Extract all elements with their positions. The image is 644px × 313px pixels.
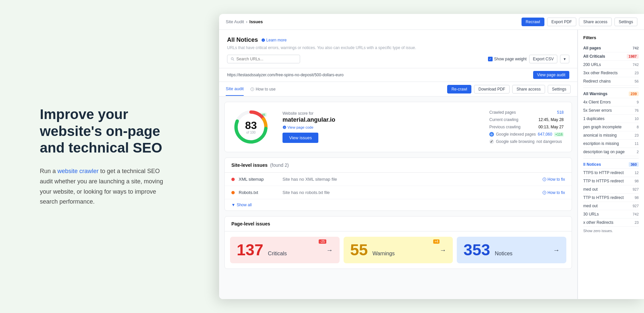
right-section: Site Audit › Issues Recrawl Export PDF S… [193,14,644,299]
breadcrumb: Site Audit › Issues [226,19,263,24]
notices-arrow: → [553,246,560,254]
filter-og-incomplete[interactable]: pen graph incomplete 8 [583,123,639,131]
issue-desc-xml: Site has no XML sitemap file [282,177,538,182]
page-description: Run a website crawler to get a technical… [40,166,173,207]
settings-button[interactable]: Settings [614,18,637,26]
screenshot-container: Site Audit › Issues Recrawl Export PDF S… [219,14,644,299]
safe-browsing-icon: ✓ [489,139,494,144]
google-safe-label: Google safe browsing [496,139,534,144]
search-input[interactable] [236,57,296,61]
notices-label: Notices [495,251,512,257]
dropdown-button[interactable]: ▾ [560,55,569,63]
score-panel: +45 [224,102,572,152]
learn-more[interactable]: i Learn more [261,38,286,42]
recrawl-inner-button[interactable]: Re-crawl [447,85,471,94]
current-crawling-value: 12:45, May 28 [538,117,564,122]
warnings-card[interactable]: +4 55 Warnings → [344,237,453,263]
show-all-button[interactable]: ▼ Show all [225,199,572,211]
issue-row-xml: XML sitemap Site has no XML sitemap file… [225,173,572,186]
notices-description: URLs that have critical errors, warnings… [227,45,569,50]
filter-desc-tag[interactable]: description tag on page 2 [583,148,639,156]
view-page-code[interactable]: ⊙ View page code [282,125,476,129]
filter-ttp-https-1[interactable]: TTP to HTTPS redirect 98 [583,177,639,185]
filter-med-out-1[interactable]: med out 927 [583,185,639,194]
how-to-fix-xml[interactable]: ? How to fix [542,177,565,182]
filter-desc-missing[interactable]: escription is missing 11 [583,140,639,148]
site-issues-header: Site-level issues (found 2) [225,158,572,173]
view-issues-button[interactable]: View issues [282,133,318,143]
filter-all-notices[interactable]: ll Notices 360 [583,160,639,169]
filter-30-urls[interactable]: 30 URLs 742 [583,210,639,219]
inner-top-bar: Site audit ? How to use Re-crawl Downloa… [219,82,577,96]
google-indexed-delta: +116 [554,132,564,137]
inner-panel: Site audit ? How to use Re-crawl Downloa… [219,82,577,299]
export-pdf-button[interactable]: Export PDF [547,18,576,26]
download-pdf-button[interactable]: Download PDF [474,85,510,94]
current-crawling-label: Current crawling [489,117,518,122]
view-page-audit-button[interactable]: View page audit [533,71,569,79]
tab-how-to-use[interactable]: ? How to use [250,87,276,92]
tab-site-audit[interactable]: Site audit [226,82,244,96]
filter-duplicates[interactable]: 1 duplicates 10 [583,115,639,123]
filter-x-other-redirects[interactable]: x other Redirects 23 [583,219,639,227]
site-issues-found: (found 2) [270,162,289,168]
issue-dot-xml [231,178,235,181]
website-crawler-link[interactable]: website crawler [57,168,99,174]
filter-3xx-redirects[interactable]: 3xx other Redirects 23 [583,69,639,77]
notices-title: All Notices [227,36,258,43]
filter-ttp-https-2[interactable]: TTP to HTTPS redirect 98 [583,194,639,202]
share-inner-button[interactable]: Share access [512,85,545,94]
search-icon [231,57,234,61]
warnings-badge: +4 [433,239,440,244]
show-zero-issues[interactable]: Show zero issues. [583,227,639,235]
filter-200-urls[interactable]: 200 URLs 742 [583,61,639,69]
previous-crawling-label: Previous crawling [489,125,521,129]
score-for-label: Website score for [282,111,476,116]
breadcrumb-current: Issues [249,19,263,24]
filter-redirect-chains[interactable]: Redirect chains 56 [583,77,639,86]
page-weight-checkbox[interactable] [488,57,493,61]
share-access-button[interactable]: Share access [579,18,612,26]
left-section: Improve your website's on-page and techn… [0,80,193,233]
page-wrapper: Improve your website's on-page and techn… [0,0,644,313]
settings-inner-button[interactable]: Settings [548,85,571,94]
how-to-fix-robots[interactable]: ? How to fix [542,190,565,195]
filter-all-criticals[interactable]: All Criticals 1987 [583,52,639,61]
google-indexed-value[interactable]: 647,060 [538,132,552,137]
page-issues-header: Page-level issues [225,217,572,231]
breadcrumb-parent: Site Audit [226,19,244,24]
warnings-label: Warnings [372,251,395,257]
warnings-arrow: → [440,246,446,254]
google-icon: G [489,132,494,137]
filter-5x-errors[interactable]: 5x Server errors 76 [583,106,639,115]
top-actions: Recrawl Export PDF Share access Settings [522,18,637,26]
filter-divider-1 [583,88,639,88]
score-number: 83 [245,120,257,131]
issue-row-robots: Robots.txt Site has no robots.txt file ?… [225,186,572,199]
crawled-pages-value[interactable]: 518 [557,110,564,115]
search-box[interactable] [227,55,300,63]
filter-canonical-missing[interactable]: anonical is missing 23 [583,131,639,140]
svg-point-2 [231,58,233,60]
top-bar: Site Audit › Issues Recrawl Export PDF S… [219,14,644,30]
google-indexed-label: Google indexed pages [496,132,536,137]
svg-text:i: i [263,39,264,42]
filter-med-out-2[interactable]: med out 927 [583,202,639,210]
filter-all-warnings[interactable]: All Warnings 239 [583,90,639,98]
page-level-issues: Page-level issues -25 137 Criticals → [224,216,572,269]
warnings-number: 55 [350,242,368,258]
filter-ttps-http[interactable]: TTPS to HTTP redirect 12 [583,169,639,177]
filters-title: Filters [583,35,639,40]
notices-card[interactable]: 353 Notices → [457,237,566,263]
criticals-badge: -25 [319,239,326,244]
filter-4x-errors[interactable]: 4x Client Errors 9 [583,98,639,106]
recrawl-button[interactable]: Recrawl [522,18,544,26]
inner-actions: Re-crawl Download PDF Share access Setti… [447,85,571,94]
svg-line-3 [233,60,234,61]
issue-desc-robots: Site has no robots.txt file [282,190,538,195]
export-csv-button[interactable]: Export CSV [529,55,557,63]
filter-all-pages[interactable]: All pages 742 [583,44,639,52]
score-of: of 100 [245,131,257,134]
criticals-card[interactable]: -25 137 Criticals → [230,237,340,263]
notices-number: 353 [463,242,490,258]
